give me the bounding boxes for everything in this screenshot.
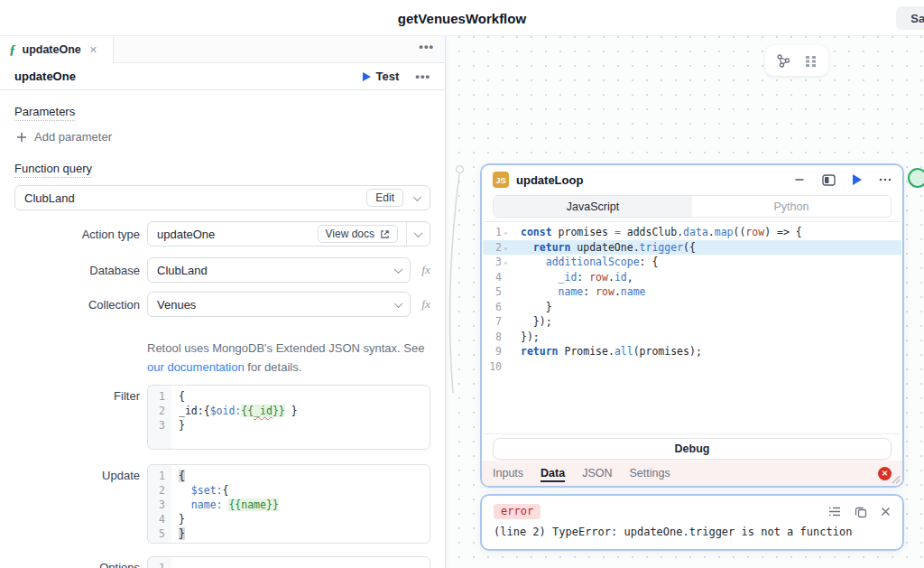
tab-javascript[interactable]: JavaScript [494, 196, 692, 217]
log-list-icon[interactable] [828, 506, 841, 517]
node-header: JS updateLoop [482, 165, 902, 194]
workflow-canvas[interactable]: JS updateLoop JavaScript Python 1⌄const … [446, 36, 924, 568]
workflow-graph-icon[interactable] [776, 53, 791, 69]
action-type-label: Action type [14, 228, 140, 241]
chevron-down-icon [395, 302, 402, 308]
blocks-list-icon[interactable] [804, 54, 818, 68]
action-type-value: updateOne [157, 228, 318, 241]
tab-label: updateOne [23, 43, 81, 56]
close-icon[interactable] [881, 507, 891, 517]
tab-bar-menu-icon[interactable]: ••• [419, 40, 434, 53]
function-query-value: ClubLand [24, 191, 366, 205]
error-badge: error [494, 504, 541, 519]
run-node-icon[interactable] [853, 174, 862, 185]
query-menu-icon[interactable]: ••• [415, 70, 430, 83]
tab-data[interactable]: Data [541, 467, 565, 480]
close-tab-icon[interactable]: ✕ [89, 44, 97, 56]
play-icon [363, 72, 371, 81]
chevron-down-icon[interactable] [415, 231, 421, 237]
options-label: Options [14, 556, 140, 568]
options-code-editor[interactable]: 1 [147, 556, 430, 568]
test-label: Test [376, 70, 400, 83]
tab-bar: ƒ updateOne ✕ ••• [0, 36, 445, 63]
canvas-toolbar [765, 45, 828, 76]
parameters-label: Parameters [14, 105, 75, 121]
tab-updateone[interactable]: ƒ updateOne ✕ [0, 36, 114, 63]
query-header: updateOne Test ••• [0, 63, 445, 90]
node-result-tabs: Inputs Data JSON Settings ✕ [482, 461, 902, 486]
function-query-select[interactable]: ClubLand Edit [14, 185, 430, 210]
update-code-editor[interactable]: 1{2 $set:{3 name: {{name}}4}5} [147, 464, 430, 544]
tab-json[interactable]: JSON [582, 467, 612, 480]
chevron-down-icon [395, 267, 402, 274]
collection-value: Venues [157, 298, 395, 312]
node-code-editor[interactable]: 1⌄const promises = addsClub.data.map((ro… [483, 221, 901, 434]
error-result-panel: error (line 2) TypeError: updateOne.trig… [480, 494, 904, 551]
output-port[interactable] [908, 168, 924, 188]
minimize-icon[interactable] [794, 174, 805, 185]
function-editor-panel: ƒ updateOne ✕ ••• updateOne Test ••• Par… [0, 36, 446, 568]
documentation-link[interactable]: our documentation [147, 360, 245, 374]
workflow-title: getVenuesWorkflow [398, 10, 526, 25]
tab-inputs[interactable]: Inputs [493, 467, 523, 480]
javascript-block-icon: JS [493, 172, 509, 188]
resize-handle[interactable] [892, 475, 901, 484]
tab-settings[interactable]: Settings [630, 467, 670, 480]
update-label: Update [14, 464, 140, 482]
query-title: updateOne [14, 70, 363, 83]
fx-toggle-icon[interactable]: fx [411, 297, 430, 312]
open-panel-icon[interactable] [822, 174, 836, 186]
node-title: updateLoop [516, 173, 787, 187]
collection-select[interactable]: Venues [147, 292, 411, 317]
error-status-icon: ✕ [878, 467, 892, 480]
add-parameter-label: Add parameter [34, 130, 112, 144]
database-label: Database [14, 264, 140, 277]
top-bar: getVenuesWorkflow Savi [0, 0, 924, 36]
test-button[interactable]: Test [363, 70, 400, 83]
mongodb-helper-text: Retool uses MongoDB's Extended JSON synt… [147, 339, 430, 377]
language-tabs: JavaScript Python [493, 195, 892, 218]
function-icon: ƒ [9, 42, 16, 58]
collection-label: Collection [14, 298, 140, 312]
action-type-select[interactable]: updateOne View docs [147, 221, 430, 247]
debug-button[interactable]: Debug [493, 438, 892, 460]
plus-icon [16, 132, 27, 143]
external-link-icon [380, 229, 390, 239]
filter-label: Filter [14, 385, 140, 403]
save-button[interactable]: Savi [896, 6, 924, 30]
tab-python[interactable]: Python [692, 196, 891, 217]
view-docs-button[interactable]: View docs [318, 225, 398, 243]
view-docs-label: View docs [326, 228, 374, 240]
error-message: (line 2) TypeError: updateOne.trigger is… [494, 526, 891, 538]
fx-toggle-icon[interactable]: fx [411, 263, 430, 277]
database-select[interactable]: ClubLand [147, 257, 411, 283]
copy-icon[interactable] [855, 506, 867, 518]
chevron-down-icon[interactable] [414, 195, 420, 201]
input-port[interactable] [456, 165, 464, 173]
updateloop-node[interactable]: JS updateLoop JavaScript Python 1⌄const … [480, 163, 904, 488]
node-menu-icon[interactable] [879, 178, 892, 182]
add-parameter-button[interactable]: Add parameter [16, 130, 112, 144]
filter-code-editor[interactable]: 1{2_id:{$oid:{{_id}} }3} [147, 385, 430, 450]
edit-button[interactable]: Edit [366, 189, 403, 207]
function-query-label: Function query [14, 162, 92, 178]
database-value: ClubLand [157, 264, 395, 277]
